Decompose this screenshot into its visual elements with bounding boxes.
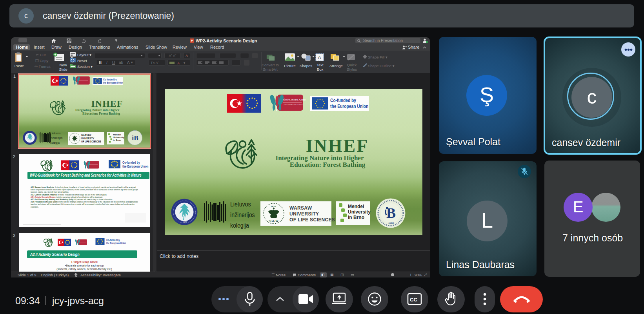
svg-text:A: A <box>177 61 180 65</box>
svg-text:TÜRKİYE ULUSAL AJANSI: TÜRKİYE ULUSAL AJANSI <box>283 99 306 101</box>
svg-text:1970: 1970 <box>183 221 187 223</box>
svg-text:CC: CC <box>410 297 417 303</box>
svg-text:1816: 1816 <box>271 205 277 208</box>
svg-text:iB: iB <box>132 134 138 142</box>
svg-text:1982: 1982 <box>388 221 394 224</box>
svg-text:▾: ▾ <box>184 61 185 65</box>
svg-text:TURKISH NATIONAL AGENCY: TURKISH NATIONAL AGENCY <box>284 104 304 106</box>
svg-text:SGGW: SGGW <box>269 219 278 223</box>
svg-text:A: A <box>318 55 321 60</box>
